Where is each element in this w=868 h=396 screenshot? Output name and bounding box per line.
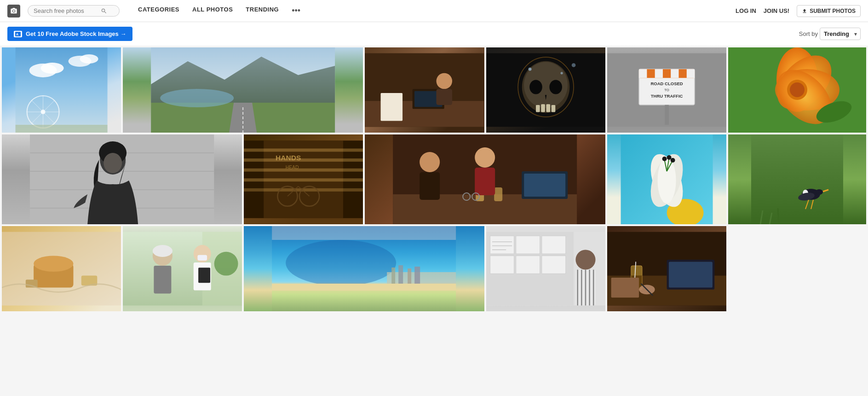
svg-rect-131 — [198, 268, 210, 283]
svg-text:ROAD CLOSED: ROAD CLOSED — [650, 81, 683, 86]
svg-point-32 — [529, 80, 542, 94]
svg-rect-122 — [26, 280, 38, 287]
svg-rect-49 — [687, 69, 695, 78]
svg-rect-150 — [542, 256, 566, 274]
svg-rect-127 — [154, 266, 172, 293]
svg-rect-93 — [475, 168, 495, 195]
photo-workspace[interactable] — [607, 226, 726, 311]
photo-meeting-warm[interactable] — [365, 134, 605, 224]
photo-orange-flower[interactable] — [728, 47, 866, 133]
svg-point-135 — [286, 240, 396, 286]
svg-point-70 — [103, 153, 122, 173]
svg-rect-146 — [516, 236, 540, 254]
svg-rect-141 — [414, 267, 420, 284]
photo-lily[interactable] — [607, 134, 726, 224]
nav-categories[interactable]: CATEGORIES — [138, 6, 179, 16]
svg-rect-76 — [244, 178, 363, 181]
photo-doctor[interactable] — [123, 226, 242, 311]
svg-rect-140 — [408, 268, 411, 284]
photo-road-sign[interactable]: ROAD CLOSED TO THRU TRAFFIC — [607, 47, 726, 133]
svg-rect-28 — [381, 93, 403, 121]
svg-point-6 — [80, 54, 98, 64]
photo-ocean-aerial[interactable] — [244, 226, 484, 311]
svg-rect-137 — [387, 272, 456, 284]
svg-rect-170 — [611, 278, 638, 297]
svg-point-154 — [575, 250, 595, 269]
nav-trending[interactable]: TRENDING — [246, 6, 279, 16]
log-in-link[interactable]: LOG IN — [736, 7, 756, 14]
photo-grid: ROAD CLOSED TO THRU TRAFFIC — [0, 46, 868, 313]
svg-rect-147 — [542, 236, 566, 254]
submit-photos-button[interactable]: SUBMIT PHOTOS — [797, 5, 861, 17]
svg-point-60 — [790, 82, 805, 97]
svg-rect-164 — [669, 262, 713, 287]
photo-woman-bw[interactable] — [2, 134, 242, 224]
svg-rect-74 — [244, 158, 363, 162]
svg-point-100 — [657, 157, 676, 204]
svg-point-92 — [475, 147, 495, 168]
svg-text:HEAD: HEAD — [286, 165, 299, 170]
svg-rect-48 — [671, 69, 678, 78]
photo-bird[interactable] — [728, 134, 866, 224]
upload-icon — [802, 8, 807, 14]
svg-point-40 — [528, 68, 531, 71]
svg-rect-139 — [398, 265, 403, 284]
svg-rect-107 — [751, 134, 843, 224]
svg-point-105 — [667, 155, 671, 160]
photo-mountain-road[interactable] — [123, 47, 363, 133]
svg-text:TO: TO — [664, 88, 669, 92]
svg-rect-37 — [546, 104, 550, 112]
site-header: CATEGORIES ALL PHOTOS TRENDING ••• LOG I… — [0, 0, 868, 22]
svg-rect-38 — [551, 105, 555, 112]
svg-rect-47 — [655, 69, 662, 78]
adobe-stock-button[interactable]: A Get 10 Free Adobe Stock Images → — [7, 27, 132, 41]
photo-skull[interactable] — [486, 47, 605, 133]
sort-select[interactable]: Trending Latest Popular — [820, 28, 861, 40]
sort-control: Sort by Trending Latest Popular — [799, 28, 861, 40]
svg-rect-145 — [490, 236, 514, 254]
svg-text:HANDS: HANDS — [276, 154, 301, 162]
svg-rect-45 — [639, 69, 695, 78]
svg-point-42 — [571, 63, 575, 67]
svg-rect-13 — [16, 125, 108, 133]
svg-line-110 — [778, 208, 779, 224]
svg-point-133 — [214, 252, 238, 276]
photo-office-meeting[interactable] — [365, 47, 484, 133]
svg-text:A: A — [16, 32, 18, 35]
svg-rect-35 — [536, 105, 540, 112]
svg-point-4 — [41, 63, 64, 74]
svg-rect-75 — [244, 169, 363, 172]
search-icon — [101, 8, 107, 14]
nav-all-photos[interactable]: ALL PHOTOS — [192, 6, 233, 16]
svg-text:THRU TRAFFIC: THRU TRAFFIC — [651, 93, 683, 99]
adobe-icon: A — [14, 31, 22, 37]
svg-point-112 — [816, 189, 823, 195]
svg-rect-53 — [665, 105, 669, 125]
svg-rect-149 — [516, 256, 540, 274]
svg-rect-36 — [541, 104, 545, 112]
main-nav: CATEGORIES ALL PHOTOS TRENDING ••• — [138, 6, 728, 16]
svg-rect-148 — [490, 256, 514, 274]
site-logo[interactable] — [7, 5, 20, 17]
photo-coffee-shop[interactable]: HANDS HEAD — [244, 134, 363, 224]
photo-ferris-wheel[interactable] — [2, 47, 121, 133]
svg-point-90 — [420, 152, 440, 172]
svg-rect-91 — [420, 172, 440, 200]
photo-bread[interactable] — [2, 226, 121, 311]
photo-architect[interactable] — [486, 226, 605, 311]
svg-point-121 — [34, 256, 73, 272]
svg-rect-136 — [272, 284, 456, 291]
search-input[interactable] — [34, 7, 98, 14]
svg-point-106 — [670, 158, 675, 163]
search-box[interactable] — [28, 5, 120, 17]
join-us-link[interactable]: JOIN US! — [764, 7, 789, 14]
svg-rect-138 — [391, 268, 395, 284]
svg-point-33 — [549, 80, 562, 94]
svg-rect-27 — [437, 89, 453, 105]
svg-rect-142 — [272, 226, 456, 240]
sort-wrapper[interactable]: Trending Latest Popular — [820, 28, 861, 40]
svg-point-41 — [560, 72, 563, 74]
nav-more[interactable]: ••• — [292, 6, 300, 16]
svg-rect-89 — [524, 174, 566, 197]
svg-point-26 — [437, 73, 453, 89]
